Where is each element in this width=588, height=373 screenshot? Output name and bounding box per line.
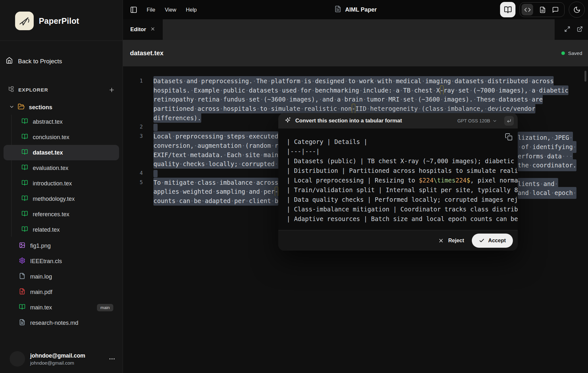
selected-text: ray·set·(~7000·images),·a·diabetic	[444, 85, 568, 95]
file-references.tex[interactable]: references.tex	[4, 207, 119, 222]
menu-file[interactable]: File	[142, 4, 160, 15]
selected-text: retinopathy·retina·fundus·set·(~3600·ima…	[153, 94, 543, 104]
whitespace-dot: ·	[374, 77, 377, 84]
file-related.tex[interactable]: related.tex	[4, 222, 119, 237]
tab-editor-label: Editor	[130, 26, 146, 33]
whitespace-dot: ·	[271, 142, 274, 149]
model-selector[interactable]: GPT OSS 120B	[457, 118, 497, 123]
folder-open-icon	[18, 103, 25, 111]
latex-token: $	[467, 177, 470, 184]
whitespace-dot: ·	[300, 105, 304, 112]
whitespace-dot: ·	[411, 87, 414, 94]
whitespace-dot: ·	[392, 87, 396, 94]
folder-tree-icon	[8, 86, 14, 93]
whitespace-dot: ·	[245, 197, 249, 204]
reader-mode-button[interactable]	[500, 2, 515, 17]
tab-strip-filler	[163, 19, 555, 40]
editor-line-1-wrap4[interactable]: partitioned·across·hospitals·to·simulate…	[123, 104, 588, 113]
popup-result-body: | Category | Details ||---|---|| Dataset…	[278, 129, 518, 230]
code-view-button[interactable]	[522, 4, 533, 15]
whitespace-dot: ·	[190, 197, 194, 204]
whitespace-dot: ·	[216, 179, 220, 186]
file-introduction.tex[interactable]: introduction.tex	[4, 176, 119, 191]
selected-text: -	[440, 85, 444, 95]
whitespace-dot: ·	[179, 188, 183, 195]
whitespace-dot: ·	[275, 160, 278, 167]
whitespace-dot: ·	[311, 77, 315, 84]
line-number: 5	[123, 178, 143, 187]
file-IEEEtran.cls[interactable]: IEEEtran.cls	[4, 253, 119, 269]
chat-view-button[interactable]	[552, 6, 559, 13]
file-evaluation.tex[interactable]: evaluation.tex	[4, 160, 119, 176]
tab-editor[interactable]: Editor	[123, 19, 163, 40]
whitespace-dot: ·	[205, 160, 208, 167]
accept-button[interactable]: Accept	[472, 234, 513, 248]
whitespace-dot: ·	[245, 188, 249, 195]
panel-actions	[555, 19, 588, 40]
file-label: main.log	[30, 273, 52, 280]
tab-strip: Editor	[123, 19, 588, 40]
pdf-view-button[interactable]	[539, 6, 546, 13]
file-main.tex[interactable]: main.texmain	[4, 300, 119, 315]
copy-icon[interactable]	[505, 133, 513, 142]
view-switcher-group	[520, 2, 565, 17]
x-icon	[438, 238, 444, 244]
whitespace-dot: ·	[194, 96, 197, 103]
menu-items: FileViewHelp	[142, 4, 202, 15]
sparkle-icon	[285, 117, 291, 125]
table-text: | Data quality checks | Performed locall…	[287, 196, 518, 203]
whitespace-dot: ·	[337, 105, 341, 112]
editor-line-1-wrap1[interactable]: 1Datasets·and·preprocessing.·The·platfor…	[123, 76, 588, 86]
whitespace-dot: ·	[256, 105, 260, 112]
close-tab-icon[interactable]	[150, 26, 155, 33]
whitespace-dot: ·	[543, 153, 547, 160]
whitespace-dot: ·	[242, 142, 245, 149]
open-external-icon[interactable]	[577, 26, 583, 33]
table-text: , pixel normali	[470, 177, 518, 184]
toggle-sidebar-button[interactable]	[130, 6, 137, 13]
whitespace-dot: ·	[172, 133, 175, 140]
back-to-projects-button[interactable]: Back to Projects	[6, 57, 123, 66]
file-main.log[interactable]: main.log	[4, 269, 119, 284]
selected-text: applies·weighted·sampling·and·per	[153, 187, 275, 196]
file-abstract.tex[interactable]: abstract.tex	[4, 114, 119, 129]
file-label: fig1.png	[30, 243, 51, 249]
whitespace-dot: ·	[223, 133, 227, 140]
user-account-row[interactable]: johndoe@gmail.com johndoe@gmail.com	[0, 351, 123, 373]
app-root: PaperPilot Back to Projects EXPLORER	[0, 0, 588, 373]
saved-dot-icon	[561, 51, 565, 55]
whitespace-dot: ·	[267, 105, 271, 112]
whitespace-dot: ·	[495, 96, 498, 103]
table-text: | Datasets (public) | TB chest X-ray (~7…	[287, 157, 514, 164]
file-label: conclusion.tex	[33, 134, 69, 141]
add-file-button[interactable]	[108, 87, 115, 93]
file-methodology.tex[interactable]: methodology.tex	[4, 191, 119, 207]
file-research-notes.md[interactable]: research-notes.md	[4, 315, 119, 331]
file-label: abstract.tex	[33, 119, 63, 125]
file-fig1.png[interactable]: fig1.png	[4, 238, 119, 253]
dark-mode-toggle[interactable]	[569, 2, 585, 18]
app-title: PaperPilot	[39, 16, 79, 26]
file-conclusion.tex[interactable]: conclusion.tex	[4, 129, 119, 145]
reject-label: Reject	[448, 237, 464, 244]
line-number: 4	[123, 169, 143, 178]
whitespace-dot: ·	[551, 189, 554, 196]
editor-line-1-wrap2[interactable]: hospitals.·Example·public·datasets·used·…	[123, 86, 588, 95]
maximize-icon[interactable]	[564, 26, 570, 33]
submit-prompt-button[interactable]	[504, 116, 514, 126]
file-main.pdf[interactable]: main.pdf	[4, 284, 119, 300]
reject-button[interactable]: Reject	[433, 234, 469, 247]
book-open-icon	[22, 226, 28, 234]
menu-view[interactable]: View	[160, 4, 181, 15]
whitespace-dot: ·	[392, 77, 396, 84]
whitespace-dot: ·	[179, 160, 183, 167]
menu-help[interactable]: Help	[181, 4, 202, 15]
line-number: 1	[123, 76, 143, 86]
folder-sections[interactable]: sections	[9, 103, 123, 111]
file-label: dataset.tex	[33, 149, 63, 156]
file-dataset.tex[interactable]: dataset.tex	[4, 145, 119, 160]
editor-line-1-wrap3[interactable]: retinopathy·retina·fundus·set·(~3600·ima…	[123, 95, 588, 104]
whitespace-dot: ·	[554, 180, 558, 187]
whitespace-dot: ·	[194, 142, 197, 149]
user-menu-button[interactable]	[108, 355, 116, 362]
